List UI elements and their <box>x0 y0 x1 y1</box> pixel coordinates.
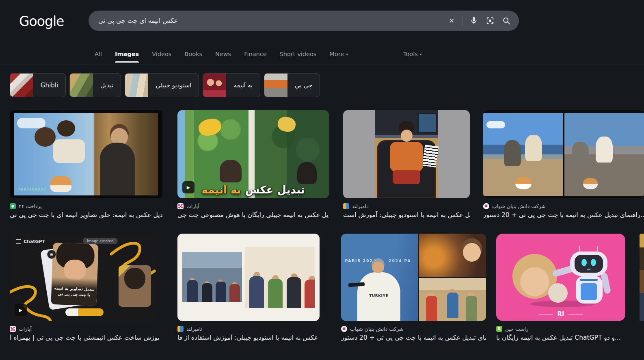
source-favicon-icon <box>341 326 347 332</box>
character-shape <box>297 162 317 184</box>
monitor-shape <box>417 113 437 133</box>
image-result: PARIS 2024 2024 PA TÜRKİYE شرکت دانش بنی… <box>341 234 486 341</box>
event-banner-text: PARIS 2024 <box>345 259 376 263</box>
character-shape <box>572 142 589 168</box>
fire-scene-panel <box>419 234 486 277</box>
result-image[interactable] <box>343 110 470 198</box>
character-shape <box>525 135 542 161</box>
lens-search-button[interactable] <box>485 15 495 26</box>
result-title[interactable]: تبدیل عکس به انیمه با استودیو جیبلی: آمو… <box>343 211 470 219</box>
source-favicon-icon <box>483 203 489 209</box>
result-title[interactable]: آموزش ساخت عکس انیمشنی با چت جی پی تی | … <box>10 334 159 341</box>
tab-books[interactable]: Books <box>184 51 202 57</box>
play-icon: ▶ <box>187 185 190 190</box>
search-input[interactable]: عکس انیمه ای چت جی پی تی <box>98 11 178 31</box>
pistol-shape <box>348 282 365 287</box>
result-source[interactable]: نامبرلند <box>177 326 320 332</box>
tab-tools[interactable]: Tools▾ <box>403 51 422 57</box>
image-result: PAR24DAKHT پرداخت ۲۴ تبدیل عکس به انیمه:… <box>10 110 162 219</box>
play-button[interactable]: ▶ <box>182 181 194 193</box>
source-favicon-icon <box>177 326 184 332</box>
character-shape: TÜRKİYE <box>357 272 400 321</box>
shirt-text: TÜRKİYE <box>357 294 400 298</box>
divider <box>0 65 644 65</box>
google-logo[interactable]: Google <box>19 13 64 29</box>
filter-chip-studio-ghibli[interactable]: استودیو جیبلي <box>125 73 199 97</box>
street-scene-panel <box>419 278 486 321</box>
character-shape <box>393 170 421 184</box>
result-title[interactable]: تبدیل عکس به انیمه با استودیو جیبلی: آمو… <box>177 334 320 341</box>
source-favicon-icon <box>343 203 349 209</box>
chip-thumbnail <box>125 74 148 97</box>
result-source[interactable]: آپارات <box>177 203 329 209</box>
result-image[interactable]: PAR24DAKHT <box>10 110 162 198</box>
chatgpt-brand-text: ChatGPT <box>16 239 45 244</box>
result-image[interactable]: ChatGPT image created تبدیل تصاویر به ان… <box>10 234 159 321</box>
robot-detail-shape <box>580 279 598 281</box>
photo-panel <box>182 252 242 302</box>
robot-eyes-shape <box>581 259 587 266</box>
result-title[interactable]: تبدیل عکس به انیمه: خلق تصاویر انیمه ای … <box>10 211 162 219</box>
filter-chip-ghibli[interactable]: Ghibli <box>10 73 66 97</box>
thumbnail-overlay-text: تبدیل عکس به انیمه <box>177 184 329 196</box>
result-image[interactable]: PARIS 2024 2024 PA TÜRKİYE <box>341 234 486 321</box>
tab-short-videos[interactable]: Short videos <box>280 51 317 57</box>
tab-news[interactable]: News <box>215 51 231 57</box>
result-image[interactable]: تبدیل عکس به انیمه ▶ <box>177 110 329 198</box>
divider <box>462 15 463 26</box>
tab-finance[interactable]: Finance <box>244 51 266 57</box>
tab-all[interactable]: All <box>95 51 102 57</box>
result-source[interactable]: شرکت دانش بنیان شهاب <box>341 326 486 332</box>
clipped-result-image[interactable] <box>640 234 644 321</box>
character-shape <box>390 142 423 172</box>
chip-thumbnail <box>10 74 33 97</box>
brand-logo-text: RI <box>496 310 625 318</box>
character-shape <box>100 143 135 195</box>
result-image[interactable] <box>177 234 320 321</box>
character-shape <box>53 139 85 163</box>
result-title[interactable]: راهنمای تبدیل عکس به انیمه با چت جی پی ت… <box>483 211 644 219</box>
camera-lens-icon <box>486 16 495 25</box>
tab-videos[interactable]: Videos <box>152 51 171 57</box>
art-panels: PAR24DAKHT <box>14 113 158 195</box>
chip-thumbnail <box>70 74 93 97</box>
tab-images[interactable]: Images <box>115 51 139 57</box>
search-submit-button[interactable] <box>501 15 512 26</box>
robot-detail-shape <box>581 283 597 300</box>
image-result: تبدیل عکس به انیمه ▶ آپارات تبدیل عکس به… <box>177 110 329 219</box>
cloud-shape <box>486 121 505 128</box>
chip-thumbnail <box>203 74 226 97</box>
result-image[interactable] <box>483 110 644 198</box>
character-shape <box>277 116 297 133</box>
tab-more[interactable]: More▾ <box>329 51 348 57</box>
character-shape <box>197 117 223 138</box>
image-result: ChatGPT image created تبدیل تصاویر به ان… <box>10 234 159 341</box>
search-bar[interactable]: عکس انیمه ای چت جی پی تی ✕ <box>89 11 519 31</box>
result-image[interactable]: RI <box>496 234 625 321</box>
result-source[interactable]: شرکت دانش بنیان شهاب <box>483 203 644 209</box>
result-source[interactable]: راست چین <box>496 326 625 332</box>
character-shape <box>35 127 56 147</box>
filter-chip-ji-bi[interactable]: جي بي <box>264 73 320 97</box>
character-shape <box>57 120 75 137</box>
voice-search-button[interactable] <box>469 15 479 26</box>
result-title[interactable]: تبدیل عکس به انیمه جیبلی رایگان با هوش م… <box>177 211 329 219</box>
robot-face-shape <box>575 255 603 273</box>
result-title[interactable]: راهنمای تبدیل عکس به انیمه با چت جی پی ت… <box>341 334 486 341</box>
source-favicon-icon <box>10 326 16 332</box>
character-shape <box>426 296 437 321</box>
shooting-scene-panel: PARIS 2024 2024 PA TÜRKİYE <box>341 234 418 321</box>
result-title[interactable]: تبدیل عکس به انیمه رایگان با ChatGPT و د… <box>496 334 625 341</box>
antenna-shape <box>579 246 580 252</box>
clear-search-button[interactable]: ✕ <box>446 15 457 26</box>
result-source[interactable]: پرداخت ۲۴ <box>10 203 162 209</box>
watermark-text: PAR24DAKHT <box>18 188 47 191</box>
result-source[interactable]: نامبرلند <box>343 203 470 209</box>
toggle-pill-shape <box>65 308 104 316</box>
play-button[interactable]: ▶ <box>15 304 27 316</box>
image-result: شرکت دانش بنیان شهاب راهنمای تبدیل عکس ب… <box>483 110 644 219</box>
character-shape <box>596 137 613 163</box>
result-source[interactable]: آپارات <box>10 326 159 332</box>
filter-chip-tabdil[interactable]: تبدیل <box>69 73 121 97</box>
filter-chip-be-anime[interactable]: به آنیمه <box>203 73 260 97</box>
